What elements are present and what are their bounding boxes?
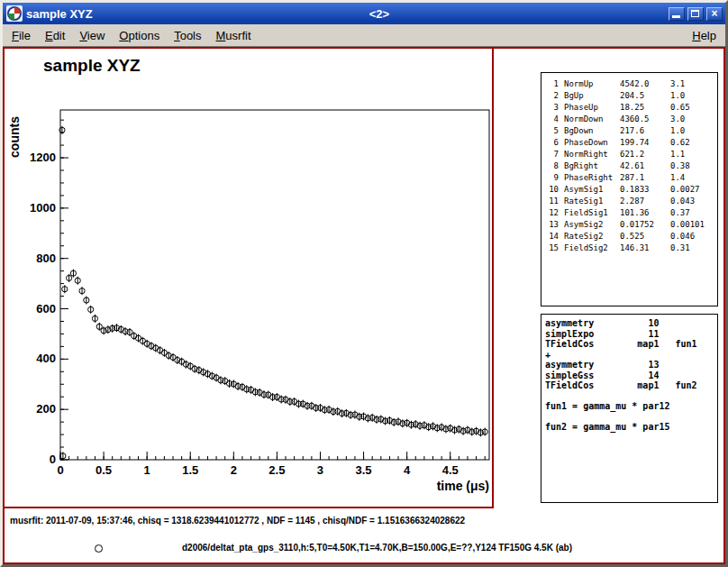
theory-line xyxy=(545,412,717,423)
plot-frame xyxy=(60,110,489,460)
svg-text:1.5: 1.5 xyxy=(182,463,198,477)
plot[interactable]: sample XYZ 00.511.522.533.544.5time (μs)… xyxy=(5,49,492,507)
app-window: sample XYZ <2> × FileEditViewOptionsTool… xyxy=(0,0,728,567)
theory-line: TFieldCos map1 fun1 xyxy=(545,339,717,350)
svg-text:4: 4 xyxy=(404,463,411,477)
svg-text:200: 200 xyxy=(36,402,56,416)
param-row: 8BgRight42.610.38 xyxy=(544,160,705,171)
param-row: 2BgUp204.51.0 xyxy=(544,89,705,101)
menu-items: FileEditViewOptionsToolsMusrfit xyxy=(5,26,259,45)
theory-lines: asymmetry 10simplExpo 11TFieldCos map1 f… xyxy=(545,318,717,433)
window-title: sample XYZ xyxy=(26,7,93,21)
open-circle-marker-icon xyxy=(95,544,103,553)
svg-text:3: 3 xyxy=(317,463,323,477)
menu-musrfit[interactable]: Musrfit xyxy=(209,26,259,45)
titlebar[interactable]: sample XYZ <2> × xyxy=(3,3,725,24)
param-row: 4NormDown4360.53.0 xyxy=(544,113,705,124)
svg-text:3.5: 3.5 xyxy=(356,463,372,477)
maximize-button[interactable] xyxy=(687,7,704,21)
fit-info-line: musrfit: 2011-07-09, 15:37:46, chisq = 1… xyxy=(10,516,465,526)
x-axis-title: time (μs) xyxy=(437,479,489,493)
menu-help[interactable]: Help xyxy=(685,26,723,45)
theory-line: asymmetry 10 xyxy=(545,318,717,329)
param-row: 5BgDown217.61.0 xyxy=(544,124,705,136)
plot-pad[interactable]: sample XYZ 00.511.522.533.544.5time (μs)… xyxy=(5,49,494,508)
param-row: 12FieldSig1101.360.37 xyxy=(544,206,705,218)
param-row: 6PhaseDown199.740.62 xyxy=(544,136,705,148)
parameter-table: 1NormUp4542.03.12BgUp204.51.03PhaseUp18.… xyxy=(544,78,705,253)
param-row: 15FieldSig2146.310.31 xyxy=(544,242,705,253)
menubar: FileEditViewOptionsToolsMusrfit Help xyxy=(3,24,725,47)
svg-text:2: 2 xyxy=(231,463,237,477)
pad-title: sample XYZ xyxy=(43,56,141,75)
legend-text: d2006/deltat_pta_gps_3110,h:5,T0=4.50K,T… xyxy=(182,543,572,553)
param-row: 14RateSig20.5250.046 xyxy=(544,230,705,242)
minimize-icon xyxy=(672,15,680,18)
svg-text:1000: 1000 xyxy=(30,201,56,215)
theory-line: TFieldCos map1 fun2 xyxy=(545,380,717,391)
theory-line: fun2 = gamma_mu * par15 xyxy=(545,422,717,433)
svg-text:2.5: 2.5 xyxy=(268,463,285,477)
app-icon xyxy=(6,5,23,22)
param-row: 7NormRight621.21.1 xyxy=(544,148,705,160)
svg-text:4.5: 4.5 xyxy=(442,463,459,477)
svg-text:800: 800 xyxy=(36,251,56,265)
svg-text:1: 1 xyxy=(144,463,150,477)
theory-line: simpleGss 14 xyxy=(545,370,717,381)
svg-text:400: 400 xyxy=(36,352,56,365)
param-row: 10AsymSig10.18330.0027 xyxy=(544,183,705,195)
param-row: 3PhaseUp18.250.65 xyxy=(544,101,705,113)
theory-line xyxy=(545,391,717,402)
minimize-button[interactable] xyxy=(669,7,685,21)
data-points[interactable] xyxy=(59,126,487,460)
svg-text:0.5: 0.5 xyxy=(96,463,112,477)
theory-line: fun1 = gamma_mu * par12 xyxy=(545,401,717,412)
x-axis: 00.511.522.533.544.5time (μs) xyxy=(57,452,489,493)
menu-file[interactable]: File xyxy=(5,26,38,45)
root-canvas[interactable]: sample XYZ 00.511.522.533.544.5time (μs)… xyxy=(3,47,725,564)
legend-row: d2006/deltat_pta_gps_3110,h:5,T0=4.50K,T… xyxy=(5,543,723,555)
close-icon: × xyxy=(707,8,722,20)
y-axis-title: counts xyxy=(7,116,22,158)
parameter-stat-box[interactable]: 1NormUp4542.03.12BgUp204.51.03PhaseUp18.… xyxy=(541,72,718,306)
menu-options[interactable]: Options xyxy=(112,26,167,45)
theory-line: asymmetry 13 xyxy=(545,360,717,370)
y-axis: 020040060080010001200counts xyxy=(7,116,68,466)
svg-text:0: 0 xyxy=(57,463,63,477)
svg-text:0: 0 xyxy=(50,453,56,466)
svg-text:1200: 1200 xyxy=(30,151,56,164)
menu-view[interactable]: View xyxy=(72,26,112,45)
param-row: 11RateSig12.2870.043 xyxy=(544,195,705,206)
param-row: 13AsymSig20.017520.00101 xyxy=(544,218,705,230)
window-controls: × xyxy=(666,7,723,21)
menu-tools[interactable]: Tools xyxy=(167,26,208,45)
theory-line: + xyxy=(545,350,717,361)
svg-text:600: 600 xyxy=(36,302,56,316)
window-title-center: <2> xyxy=(93,7,666,21)
theory-stat-box[interactable]: asymmetry 10simplExpo 11TFieldCos map1 f… xyxy=(541,314,718,503)
maximize-icon xyxy=(691,10,699,17)
theory-line: simplExpo 11 xyxy=(545,329,717,340)
menu-edit[interactable]: Edit xyxy=(38,26,72,45)
close-button[interactable]: × xyxy=(706,7,723,21)
param-row: 9PhaseRight287.11.4 xyxy=(544,171,705,183)
param-row: 1NormUp4542.03.1 xyxy=(544,78,705,89)
